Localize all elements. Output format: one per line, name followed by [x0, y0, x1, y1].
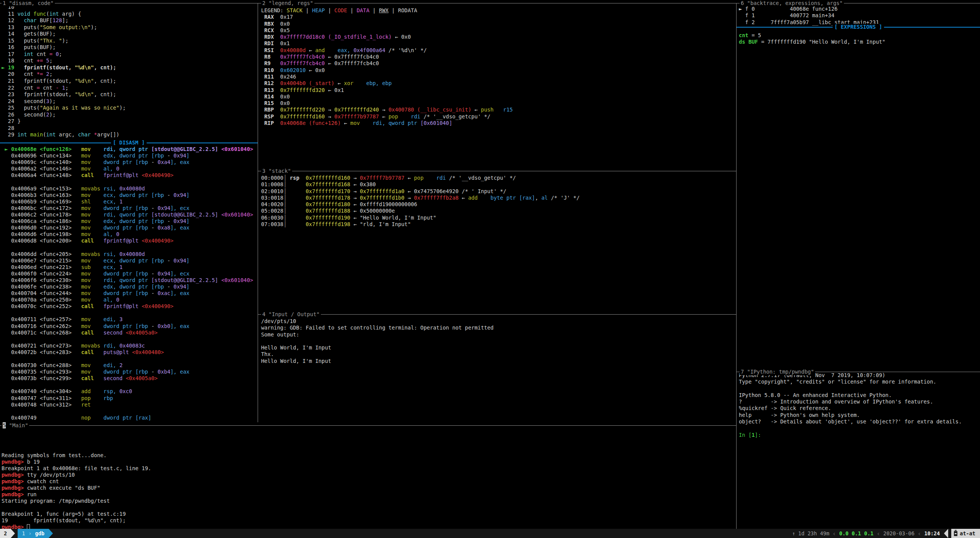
window-name: gdb — [35, 529, 44, 538]
terminal-line: 0x400740 <func+304> add rsp, 0xc0 — [2, 388, 253, 395]
terminal-line: cnt = 5 — [739, 32, 885, 39]
terminal-line: pwndbg> cwatch cnt — [2, 478, 151, 485]
terminal-line: RIP 0x40068e (func+126) ← mov rdi, qword… — [261, 120, 513, 126]
terminal-line: 12 char BUF[128]; — [2, 17, 126, 24]
pane-backtrace-expressions[interactable]: ► f 0 40068e func+126 f 1 400772 main+34… — [737, 0, 980, 369]
terminal-line: 00:0000│ rsp 0x7fffffffd160 → 0x7ffff7b9… — [261, 175, 580, 181]
terminal-line: 03:0018│ 0x7fffffffd178 → 0x7fffffffd1b0… — [261, 195, 580, 201]
terminal-line: 0x400721 <func+273> movabs rdi, 0x40083c — [2, 343, 253, 349]
terminal-line: %quickref -> Quick reference. — [739, 405, 962, 412]
terminal-line: 0x400696 <func+134> mov edx, dword ptr [… — [2, 153, 253, 159]
angle-separator-icon: ‹ — [918, 530, 921, 537]
terminal-line: 05:0028│ 0x7fffffffd188 ← 0x50000000e — [261, 208, 580, 214]
powerline-arrow-left-icon — [944, 529, 948, 538]
status-right: ↑ 1d 23h 49m ‹ 0.0 0.1 0.1 ‹ 2020-03-06 … — [792, 529, 980, 538]
terminal-line: 24 second(3); — [2, 98, 126, 105]
terminal-line: pwndbg> b 19 — [2, 459, 151, 465]
terminal-line: help -> Python's own help system. — [739, 412, 962, 418]
border-main[interactable] — [0, 425, 737, 426]
border-stack[interactable] — [258, 171, 736, 171]
terminal-line — [2, 408, 253, 415]
terminal-line — [2, 504, 151, 511]
terminal-line — [739, 385, 962, 392]
terminal-line: RSP 0x7fffffffd160 → 0x7ffff7b97787 ← po… — [261, 113, 513, 120]
terminal-line: Hello World, I'm Input — [261, 358, 493, 364]
host-segment: at-at — [951, 529, 980, 538]
terminal-line: 0x4006c2 <func+178> mov rdi, qword ptr [… — [2, 212, 253, 218]
terminal-line: 0x4006fe <func+238> mov edx, dword ptr [… — [2, 284, 253, 290]
terminal-line: 0x4006d6 <func+198> mov al, 0 — [2, 231, 253, 238]
terminal-line: 26 second(2); — [2, 112, 126, 118]
terminal-line: 15 puts("Thx. "); — [2, 38, 126, 44]
terminal-line: Starting program: /tmp/pwndbg/test — [2, 498, 151, 504]
session-indicator[interactable]: 2 — [0, 529, 11, 538]
terminal-line: 0x4006b9 <func+169> shl ecx, 1 — [2, 198, 253, 205]
uptime-text: 1d 23h 49m — [798, 530, 829, 536]
pane-ipython[interactable]: Python 2.7.17 (default, Nov 7 2019, 10:0… — [737, 369, 980, 529]
terminal-line: 0x40070c <func+252> call fprintf@plt <0x… — [2, 303, 253, 310]
window-tab-gdb[interactable]: 1 › gdb — [18, 529, 49, 538]
pane-title-stack: 3 "stack" — [261, 168, 292, 174]
terminal-line: 0x400704 <func+244> mov dword ptr [rbp -… — [2, 290, 253, 297]
pane-title-backtrace: 6 "backtrace, expressions, args" — [740, 0, 844, 7]
terminal-line: R14 0x0 — [261, 93, 513, 100]
terminal-line: warning: GDB: Failed to set controlling … — [261, 325, 493, 331]
terminal-line: 0x4006d0 <func+192> mov dword ptr [rbp -… — [2, 225, 253, 231]
uptime-arrow-icon: ↑ — [792, 530, 795, 536]
terminal-line: Hello World, I'm Input — [261, 344, 493, 351]
terminal-line: 0x4006e7 <func+215> mov ecx, dword ptr [… — [2, 258, 253, 264]
terminal-line: ► 0x40068e <func+126> mov rdi, qword ptr… — [2, 146, 253, 153]
terminal-line: 21 fprintf(stdout, "%d\n", cnt); — [2, 78, 126, 85]
terminal-line: IPython 5.8.0 -- An enhanced Interactive… — [739, 392, 962, 399]
terminal-line: pwndbg> cwatch execute "ds BUF" — [2, 485, 151, 491]
status-time: 10:24 — [924, 530, 940, 536]
terminal-line: Some output: — [261, 331, 493, 338]
terminal-line: 0x400711 <func+257> mov edi, 3 — [2, 316, 253, 323]
terminal-line: 0x400748 <func+312> ret — [2, 402, 253, 408]
terminal-line: Breakpoint 1 at 0x40068e: file test.c, l… — [2, 465, 151, 472]
terminal-line: RAX 0x17 — [261, 14, 513, 20]
disassembly-lines: ► 0x40068e <func+126> mov rdi, qword ptr… — [2, 146, 253, 421]
terminal-line: 23 fprintf(stdout, "%d\n", cnt); — [2, 91, 126, 98]
border-io[interactable] — [258, 314, 736, 315]
terminal-line: RBX 0x0 — [261, 21, 513, 27]
source-code-lines: 10 11 void func(int arg) { 12 char BUF[1… — [2, 4, 126, 138]
terminal-line — [2, 382, 253, 388]
terminal-line: LEGEND: STACK | HEAP | CODE | DATA | RWX… — [261, 7, 513, 14]
terminal-line: R10 0x602010 ← 0x0 — [261, 67, 513, 74]
angle-separator-icon: ‹ — [876, 530, 880, 537]
terminal-line — [2, 446, 151, 452]
pane-input-output[interactable]: /dev/pts/10warning: GDB: Failed to set c… — [258, 311, 736, 422]
terminal-line: 16 puts(BUF); — [2, 44, 126, 51]
terminal-line: 0x4006b3 <func+163> mov ecx, dword ptr [… — [2, 192, 253, 198]
terminal-line: 20 cnt *= 2; — [2, 71, 126, 78]
pane-disasm-code[interactable]: 10 11 void func(int arg) { 12 char BUF[1… — [0, 0, 258, 422]
terminal-line: 19 fprintf(stdout, "%d\n", cnt); — [2, 517, 151, 524]
terminal-line: 0x40070a <func+250> mov al, 0 — [2, 297, 253, 303]
terminal-line: R15 0x0 — [261, 100, 513, 107]
terminal-line — [2, 244, 253, 251]
pane-main-gdb[interactable]: Reading symbols from test...done.pwndbg>… — [0, 422, 736, 529]
window-index: 1 — [22, 529, 25, 538]
terminal-line — [2, 179, 253, 185]
terminal-line: 0x4006d8 <func+200> call fprintf@plt <0x… — [2, 238, 253, 244]
terminal-line — [2, 439, 151, 446]
expressions-separator: [ EXPRESSIONS ] — [737, 24, 980, 30]
terminal-line: ► 19 fprintf(stdout, "%d\n", cnt); — [2, 64, 126, 71]
border-vertical-left[interactable] — [258, 3, 258, 422]
pane-title-io: 4 "Input / Output" — [261, 311, 321, 318]
terminal-line: object? -> Details about 'object', use '… — [739, 418, 962, 425]
pane-stack[interactable]: 00:0000│ rsp 0x7fffffffd160 → 0x7ffff7b9… — [258, 168, 736, 311]
terminal-line: 27 } — [2, 118, 126, 125]
terminal-line: 06:0030│ 0x7fffffffd190 ← "Hello World, … — [261, 215, 580, 221]
border-vertical-right[interactable] — [736, 3, 737, 529]
terminal-line: R11 0x246 — [261, 74, 513, 80]
terminal-line: 0x4006ed <func+221> sub ecx, 1 — [2, 264, 253, 271]
program-output-lines: /dev/pts/10warning: GDB: Failed to set c… — [261, 318, 493, 364]
terminal-line: 0x400747 <func+311> pop rbp — [2, 395, 253, 402]
powerline-arrow-icon — [11, 529, 15, 538]
terminal-line: 0x4006a9 <func+153> movabs rsi, 0x40080d — [2, 185, 253, 192]
stack-lines: 00:0000│ rsp 0x7fffffffd160 → 0x7ffff7b9… — [261, 175, 580, 228]
pane-legend-regs[interactable]: LEGEND: STACK | HEAP | CODE | DATA | RWX… — [258, 0, 736, 168]
terminal-line: 0x4006ca <func+186> mov edx, dword ptr [… — [2, 218, 253, 225]
